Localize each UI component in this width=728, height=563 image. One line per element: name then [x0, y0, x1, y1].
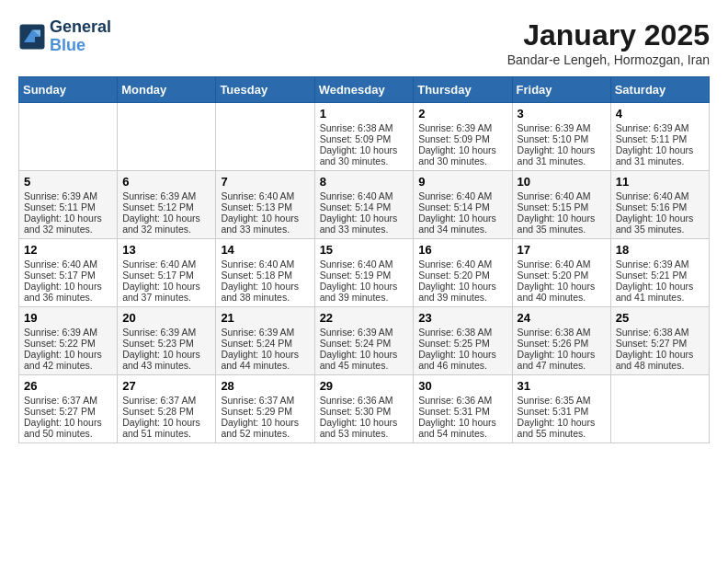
daylight-text: Daylight: 10 hours and 45 minutes. [320, 349, 409, 371]
daylight-text: Daylight: 10 hours and 31 minutes. [616, 144, 704, 167]
sunset-text: Sunset: 5:20 PM [518, 270, 606, 281]
daylight-text: Daylight: 10 hours and 30 minutes. [418, 144, 506, 167]
daylight-text: Daylight: 10 hours and 32 minutes. [24, 213, 112, 235]
day-header-thursday: Thursday [414, 77, 512, 103]
daylight-text: Daylight: 10 hours and 42 minutes. [24, 349, 112, 371]
sunrise-text: Sunrise: 6:40 AM [418, 259, 506, 270]
sunset-text: Sunset: 5:20 PM [418, 270, 506, 281]
day-header-tuesday: Tuesday [216, 77, 314, 103]
sunrise-text: Sunrise: 6:39 AM [122, 190, 210, 201]
daylight-text: Daylight: 10 hours and 53 minutes. [320, 417, 409, 439]
sunset-text: Sunset: 5:11 PM [616, 133, 704, 144]
day-number: 29 [320, 379, 409, 393]
calendar-cell: 23Sunrise: 6:38 AMSunset: 5:25 PMDayligh… [414, 307, 512, 375]
logo: General Blue [18, 18, 111, 55]
day-number: 8 [320, 175, 409, 189]
sunset-text: Sunset: 5:12 PM [122, 201, 210, 213]
daylight-text: Daylight: 10 hours and 52 minutes. [221, 417, 309, 439]
sunset-text: Sunset: 5:14 PM [418, 201, 506, 213]
sunrise-text: Sunrise: 6:39 AM [24, 327, 112, 338]
day-number: 5 [24, 175, 112, 189]
calendar-cell: 25Sunrise: 6:38 AMSunset: 5:27 PMDayligh… [610, 307, 709, 375]
month-title: January 2025 [507, 18, 710, 52]
sunset-text: Sunset: 5:21 PM [616, 270, 704, 281]
sunrise-text: Sunrise: 6:38 AM [518, 327, 606, 338]
sunset-text: Sunset: 5:15 PM [518, 201, 606, 213]
sunset-text: Sunset: 5:25 PM [418, 338, 506, 349]
calendar-cell: 8Sunrise: 6:40 AMSunset: 5:14 PMDaylight… [314, 171, 414, 239]
daylight-text: Daylight: 10 hours and 55 minutes. [518, 417, 606, 439]
sunrise-text: Sunrise: 6:40 AM [518, 259, 606, 270]
day-header-saturday: Saturday [610, 77, 709, 103]
sunrise-text: Sunrise: 6:39 AM [616, 259, 704, 270]
day-number: 6 [122, 175, 210, 189]
sunset-text: Sunset: 5:13 PM [221, 201, 309, 213]
sunset-text: Sunset: 5:24 PM [221, 338, 309, 349]
calendar-cell [118, 103, 216, 171]
calendar-cell: 9Sunrise: 6:40 AMSunset: 5:14 PMDaylight… [414, 171, 512, 239]
sunset-text: Sunset: 5:19 PM [320, 270, 409, 281]
day-number: 13 [122, 243, 210, 257]
day-number: 27 [122, 379, 210, 393]
daylight-text: Daylight: 10 hours and 33 minutes. [221, 213, 309, 235]
day-number: 26 [24, 379, 112, 393]
sunset-text: Sunset: 5:17 PM [24, 270, 112, 281]
sunrise-text: Sunrise: 6:39 AM [616, 122, 704, 133]
sunrise-text: Sunrise: 6:37 AM [221, 395, 309, 406]
daylight-text: Daylight: 10 hours and 38 minutes. [221, 281, 309, 303]
calendar-table: SundayMondayTuesdayWednesdayThursdayFrid… [18, 76, 710, 443]
sunset-text: Sunset: 5:17 PM [122, 270, 210, 281]
day-number: 11 [616, 175, 704, 189]
day-number: 12 [24, 243, 112, 257]
day-number: 9 [418, 175, 506, 189]
sunset-text: Sunset: 5:28 PM [122, 406, 210, 417]
sunset-text: Sunset: 5:18 PM [221, 270, 309, 281]
sunrise-text: Sunrise: 6:39 AM [418, 122, 506, 133]
sunrise-text: Sunrise: 6:38 AM [418, 327, 506, 338]
daylight-text: Daylight: 10 hours and 50 minutes. [24, 417, 112, 439]
sunrise-text: Sunrise: 6:40 AM [24, 259, 112, 270]
day-number: 16 [418, 243, 506, 257]
calendar-cell: 18Sunrise: 6:39 AMSunset: 5:21 PMDayligh… [610, 239, 709, 307]
day-number: 1 [320, 107, 409, 121]
daylight-text: Daylight: 10 hours and 47 minutes. [518, 349, 606, 371]
day-number: 22 [320, 311, 409, 325]
sunrise-text: Sunrise: 6:40 AM [616, 190, 704, 201]
calendar-cell: 29Sunrise: 6:36 AMSunset: 5:30 PMDayligh… [314, 375, 414, 443]
sunset-text: Sunset: 5:27 PM [24, 406, 112, 417]
calendar-cell: 10Sunrise: 6:40 AMSunset: 5:15 PMDayligh… [512, 171, 610, 239]
calendar-cell: 17Sunrise: 6:40 AMSunset: 5:20 PMDayligh… [512, 239, 610, 307]
calendar-cell: 13Sunrise: 6:40 AMSunset: 5:17 PMDayligh… [118, 239, 216, 307]
daylight-text: Daylight: 10 hours and 34 minutes. [418, 213, 506, 235]
daylight-text: Daylight: 10 hours and 46 minutes. [418, 349, 506, 371]
sunset-text: Sunset: 5:16 PM [616, 201, 704, 213]
sunrise-text: Sunrise: 6:40 AM [518, 190, 606, 201]
calendar-week-1: 1Sunrise: 6:38 AMSunset: 5:09 PMDaylight… [19, 103, 710, 171]
calendar-cell: 28Sunrise: 6:37 AMSunset: 5:29 PMDayligh… [216, 375, 314, 443]
calendar-cell [216, 103, 314, 171]
sunrise-text: Sunrise: 6:40 AM [122, 259, 210, 270]
calendar-cell: 3Sunrise: 6:39 AMSunset: 5:10 PMDaylight… [512, 103, 610, 171]
sunrise-text: Sunrise: 6:40 AM [320, 259, 409, 270]
sunrise-text: Sunrise: 6:40 AM [418, 190, 506, 201]
calendar-cell: 26Sunrise: 6:37 AMSunset: 5:27 PMDayligh… [19, 375, 118, 443]
daylight-text: Daylight: 10 hours and 35 minutes. [518, 213, 606, 235]
sunset-text: Sunset: 5:09 PM [418, 133, 506, 144]
sunset-text: Sunset: 5:09 PM [320, 133, 409, 144]
calendar-cell: 11Sunrise: 6:40 AMSunset: 5:16 PMDayligh… [610, 171, 709, 239]
calendar-header-row: SundayMondayTuesdayWednesdayThursdayFrid… [19, 77, 710, 103]
daylight-text: Daylight: 10 hours and 33 minutes. [320, 213, 409, 235]
day-number: 31 [518, 379, 606, 393]
sunrise-text: Sunrise: 6:40 AM [221, 259, 309, 270]
day-number: 28 [221, 379, 309, 393]
calendar-cell: 1Sunrise: 6:38 AMSunset: 5:09 PMDaylight… [314, 103, 414, 171]
sunset-text: Sunset: 5:24 PM [320, 338, 409, 349]
day-number: 23 [418, 311, 506, 325]
sunset-text: Sunset: 5:22 PM [24, 338, 112, 349]
daylight-text: Daylight: 10 hours and 44 minutes. [221, 349, 309, 371]
sunrise-text: Sunrise: 6:40 AM [320, 190, 409, 201]
sunrise-text: Sunrise: 6:36 AM [320, 395, 409, 406]
logo-line2: Blue [50, 37, 111, 55]
calendar-cell: 2Sunrise: 6:39 AMSunset: 5:09 PMDaylight… [414, 103, 512, 171]
sunrise-text: Sunrise: 6:39 AM [518, 122, 606, 133]
